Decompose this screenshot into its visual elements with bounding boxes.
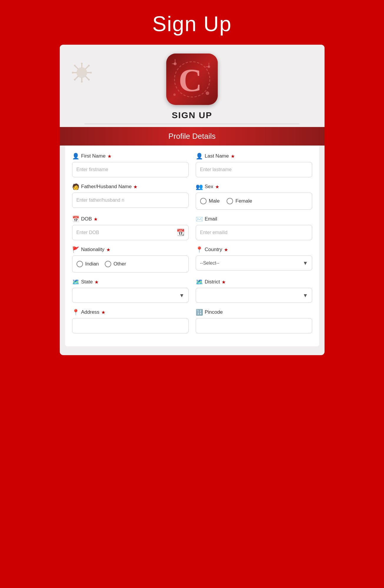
header-signup-label: SIGN UP (172, 110, 212, 120)
country-icon: 📍 (196, 246, 203, 253)
firstname-label: 👤 First Name ★ (72, 153, 189, 160)
state-select[interactable] (72, 288, 189, 303)
pincode-label: 🔢 Pincode (196, 309, 312, 316)
lastname-input[interactable] (196, 162, 312, 177)
dob-required: ★ (94, 216, 98, 222)
row-dob-email: 📅 DOB ★ 📆 ✉️ Email (72, 216, 312, 240)
nationality-indian-radio[interactable] (77, 261, 83, 267)
firstname-input[interactable] (72, 162, 189, 177)
address-label-text: Address (81, 309, 99, 315)
pincode-input[interactable] (196, 318, 312, 333)
sex-female-option[interactable]: Female (227, 198, 252, 204)
card-header: C SIGN UP (60, 45, 325, 127)
signup-card: C SIGN UP Profile Details (60, 45, 325, 355)
district-select[interactable] (196, 288, 312, 303)
svg-point-4 (81, 81, 83, 83)
lastname-label: 👤 Last Name ★ (196, 153, 312, 160)
calendar-picker-icon[interactable]: 📆 (177, 229, 184, 236)
form-body: 👤 First Name ★ 👤 Last Name ★ 🧑 (65, 146, 319, 346)
nationality-indian-option[interactable]: Indian (77, 261, 99, 267)
svg-point-6 (72, 72, 74, 74)
row-nationality-country: 🚩 Nationality ★ Indian Other (72, 246, 312, 273)
col-email: ✉️ Email (196, 216, 312, 240)
nationality-indian-label: Indian (85, 261, 99, 267)
sex-female-label: Female (235, 198, 252, 204)
address-required: ★ (101, 310, 105, 315)
country-label-text: Country (205, 247, 222, 253)
flag-icon: 🚩 (72, 246, 79, 253)
sex-male-label: Male (209, 198, 220, 204)
app-logo: C (166, 54, 218, 105)
svg-line-11 (86, 76, 88, 79)
calendar-icon: 📅 (72, 216, 79, 223)
district-icon: 🗺️ (196, 278, 203, 285)
svg-point-14 (88, 65, 90, 66)
sex-female-radio[interactable] (227, 198, 233, 204)
col-country: 📍 Country ★ --Select-- India Other ▼ (196, 246, 312, 273)
firstname-label-text: First Name (81, 153, 106, 159)
nationality-label-text: Nationality (81, 247, 104, 253)
row-name: 👤 First Name ★ 👤 Last Name ★ (72, 153, 312, 177)
svg-point-2 (81, 63, 83, 64)
dob-label: 📅 DOB ★ (72, 216, 189, 223)
col-nationality: 🚩 Nationality ★ Indian Other (72, 246, 189, 273)
district-required: ★ (222, 279, 226, 285)
sex-male-option[interactable]: Male (200, 198, 220, 204)
email-icon: ✉️ (196, 216, 203, 223)
country-required: ★ (224, 247, 228, 253)
svg-line-13 (86, 66, 88, 69)
sex-label-text: Sex (205, 184, 213, 190)
sex-icon: 👥 (196, 183, 203, 190)
address-label: 📍 Address ★ (72, 309, 189, 316)
col-sex: 👥 Sex ★ Male Female (196, 183, 312, 210)
father-required: ★ (133, 184, 137, 190)
row-address-pincode: 📍 Address ★ 🔢 Pincode (72, 309, 312, 333)
sex-radio-group: Male Female (196, 193, 312, 210)
address-icon: 📍 (72, 309, 79, 316)
row-father-sex: 🧑 Father/Husband Name ★ 👥 Sex ★ Male (72, 183, 312, 210)
svg-line-9 (75, 66, 78, 69)
nationality-other-label: Other (114, 261, 126, 267)
father-icon: 🧑 (72, 183, 79, 190)
email-label-text: Email (205, 216, 217, 222)
svg-point-10 (74, 65, 76, 66)
col-district: 🗺️ District ★ ▼ (196, 278, 312, 303)
father-input[interactable] (72, 193, 189, 208)
svg-point-8 (90, 72, 92, 74)
firstname-required: ★ (107, 153, 112, 159)
state-label-text: State (81, 279, 93, 285)
father-label: 🧑 Father/Husband Name ★ (72, 183, 189, 190)
district-label: 🗺️ District ★ (196, 278, 312, 285)
col-state: 🗺️ State ★ ▼ (72, 278, 189, 303)
dob-label-text: DOB (81, 216, 92, 222)
state-required: ★ (94, 279, 99, 285)
row-state-district: 🗺️ State ★ ▼ 🗺️ District ★ (72, 278, 312, 303)
sex-label: 👥 Sex ★ (196, 183, 312, 190)
svg-line-15 (75, 76, 78, 79)
col-address: 📍 Address ★ (72, 309, 189, 333)
dob-input[interactable] (72, 225, 189, 240)
country-label: 📍 Country ★ (196, 246, 312, 253)
email-input[interactable] (196, 225, 312, 240)
header-divider (84, 124, 300, 124)
state-label: 🗺️ State ★ (72, 278, 189, 285)
email-label: ✉️ Email (196, 216, 312, 223)
address-input[interactable] (72, 318, 189, 333)
nationality-other-option[interactable]: Other (105, 261, 126, 267)
col-pincode: 🔢 Pincode (196, 309, 312, 333)
virus-decor-icon (72, 62, 92, 87)
sex-required: ★ (215, 184, 219, 190)
state-select-wrapper: ▼ (72, 288, 189, 303)
nationality-radio-group: Indian Other (72, 255, 189, 273)
pincode-label-text: Pincode (205, 309, 223, 315)
sex-male-radio[interactable] (200, 198, 207, 204)
nationality-other-radio[interactable] (105, 261, 111, 267)
lastname-required: ★ (231, 153, 235, 159)
svg-point-12 (88, 79, 90, 81)
state-icon: 🗺️ (72, 278, 79, 285)
father-label-text: Father/Husband Name (81, 184, 132, 190)
district-label-text: District (205, 279, 220, 285)
col-lastname: 👤 Last Name ★ (196, 153, 312, 177)
country-select[interactable]: --Select-- India Other (196, 255, 312, 270)
user-icon-last: 👤 (196, 153, 203, 160)
